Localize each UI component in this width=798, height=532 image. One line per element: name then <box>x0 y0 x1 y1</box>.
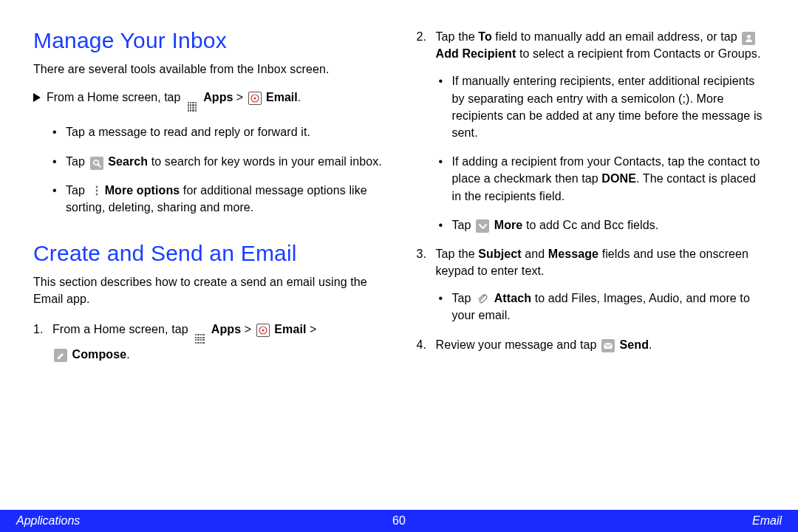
email-app-icon <box>256 324 270 337</box>
chevron-down-icon <box>476 219 489 233</box>
step-2-sub-2: If adding a recipient from your Contacts… <box>439 153 769 205</box>
instruction-text: From a Home screen, tap Apps > Email. <box>47 91 301 113</box>
step-3-sub: Tap Attach to add Files, Images, Audio, … <box>436 290 769 324</box>
create-steps-continued: 2. Tap the To field to manually add an e… <box>417 28 769 353</box>
apps-grid-icon <box>185 100 199 113</box>
inbox-bullets: Tap a message to read and reply or forwa… <box>33 123 386 216</box>
step-2: 2. Tap the To field to manually add an e… <box>417 28 769 233</box>
bullet-search: Tap Search to search for key words in yo… <box>52 153 386 170</box>
bullet-more-options: Tap More options for additional message … <box>52 182 386 216</box>
step-2-sub-3: Tap More to add Cc and Bcc fields. <box>439 216 769 233</box>
add-recipient-icon <box>742 32 755 45</box>
create-steps-start: 1. From a Home screen, tap Apps > Email … <box>33 321 386 362</box>
play-triangle-icon <box>33 93 41 102</box>
footer-right: Email <box>752 514 782 528</box>
heading-create-send: Create and Send an Email <box>33 241 386 266</box>
email-app-icon <box>248 92 262 105</box>
more-options-icon <box>90 184 103 197</box>
page-body: Manage Your Inbox There are several tool… <box>0 0 798 498</box>
apps-grid-icon <box>193 332 206 346</box>
svg-point-5 <box>95 189 98 191</box>
heading-manage-inbox: Manage Your Inbox <box>33 28 386 53</box>
svg-point-8 <box>262 330 264 332</box>
intro-create-send: This section describes how to create a s… <box>33 273 386 307</box>
intro-manage-inbox: There are several tools available from t… <box>33 61 386 78</box>
bullet-read-reply: Tap a message to read and reply or forwa… <box>52 123 386 140</box>
instruction-from-home: From a Home screen, tap Apps > Email. <box>33 91 386 113</box>
left-column: Manage Your Inbox There are several tool… <box>33 28 386 498</box>
attach-icon <box>476 292 489 305</box>
step-4: 4. Review your message and tap Send. <box>417 336 769 353</box>
right-column: 2. Tap the To field to manually add an e… <box>417 28 769 498</box>
page-footer: Applications 60 Email <box>0 510 798 532</box>
step-1: 1. From a Home screen, tap Apps > Email … <box>33 321 386 362</box>
search-icon <box>90 157 103 170</box>
send-icon <box>601 339 615 352</box>
step-2-sub-1: If manually entering recipients, enter a… <box>439 72 769 141</box>
footer-page-number: 60 <box>392 514 406 528</box>
svg-point-9 <box>747 35 751 38</box>
svg-point-1 <box>253 98 256 100</box>
step-3-sub-1: Tap Attach to add Files, Images, Audio, … <box>439 290 769 324</box>
svg-line-3 <box>98 164 100 166</box>
compose-icon <box>54 349 67 362</box>
footer-left: Applications <box>16 514 80 528</box>
svg-point-6 <box>95 193 98 195</box>
step-2-sub: If manually entering recipients, enter a… <box>436 72 769 233</box>
step-3: 3. Tap the Subject and Message fields an… <box>417 245 769 324</box>
svg-point-4 <box>95 185 98 188</box>
